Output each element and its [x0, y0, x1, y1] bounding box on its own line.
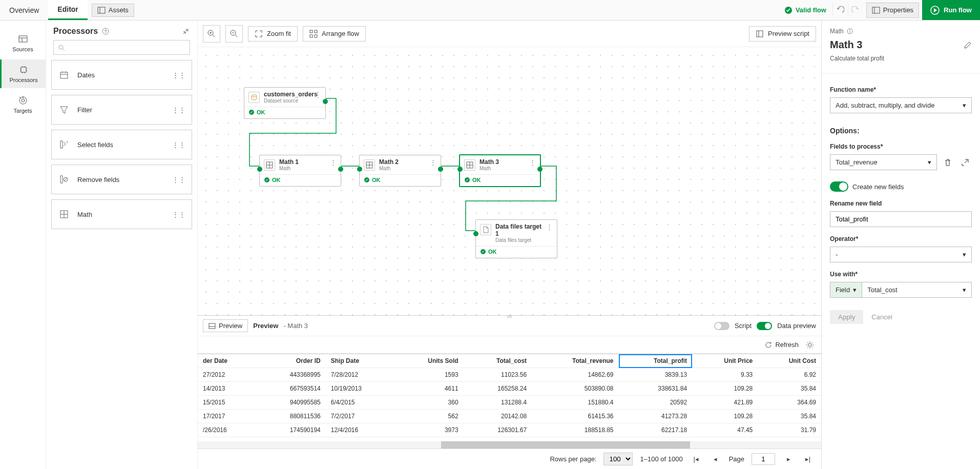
resize-grip[interactable]: ═ [499, 314, 520, 317]
node-title: Math 1 [279, 158, 326, 166]
data-preview-toggle[interactable] [757, 322, 772, 330]
redo-button[interactable] [848, 3, 863, 18]
processor-remove-fields[interactable]: Remove fields ⋮⋮ [51, 165, 192, 194]
refresh-button[interactable]: Refresh [765, 341, 799, 349]
column-header[interactable]: Unit Price [692, 354, 758, 368]
nav-sources[interactable]: Sources [0, 29, 46, 57]
processor-filter[interactable]: Filter ⋮⋮ [51, 95, 192, 125]
zoom-in-button[interactable] [203, 25, 220, 43]
column-header[interactable]: Order ID [257, 354, 326, 368]
first-page-button[interactable]: |◂ [690, 453, 702, 465]
preview-button[interactable]: Preview [203, 319, 248, 332]
help-icon[interactable]: ? [102, 28, 109, 35]
collapse-icon[interactable] [182, 27, 190, 35]
nav-processors[interactable]: Processors [0, 59, 46, 88]
table-cell: 9.33 [692, 368, 758, 382]
node-menu-button[interactable]: ⋮ [529, 158, 536, 166]
processor-search-input[interactable] [68, 44, 185, 51]
node-math-2[interactable]: Math 2 Math ⋮ OK [359, 155, 441, 187]
nav-targets[interactable]: Targets [0, 90, 46, 119]
targets-icon [18, 95, 28, 106]
settings-button[interactable] [806, 341, 814, 349]
column-header[interactable]: Total_profit [619, 354, 693, 368]
check-circle-icon [784, 6, 793, 14]
svg-rect-44 [310, 35, 312, 37]
table-cell: 6/4/2015 [326, 396, 395, 410]
gear-icon [806, 341, 814, 349]
operator-select[interactable]: - ▾ [830, 247, 972, 262]
calendar-icon [58, 69, 70, 81]
tab-editor[interactable]: Editor [48, 0, 87, 20]
create-new-fields-toggle[interactable] [830, 181, 848, 192]
column-header[interactable]: Total_revenue [532, 354, 618, 368]
svg-point-19 [22, 99, 25, 102]
node-menu-button[interactable]: ⋮ [430, 158, 436, 166]
nav-sources-label: Sources [12, 46, 33, 52]
page-input[interactable] [752, 453, 775, 465]
drag-handle-icon: ⋮⋮ [172, 176, 185, 183]
table-cell: 4611 [395, 382, 464, 396]
use-with-value-select[interactable]: Total_cost ▾ [862, 282, 972, 298]
valid-flow-label: Valid flow [796, 6, 826, 14]
processor-search[interactable] [53, 40, 190, 55]
table-cell: 20592 [619, 396, 693, 410]
last-page-button[interactable]: ▸| [802, 453, 814, 465]
horizontal-scrollbar[interactable] [198, 441, 821, 448]
arrange-icon [309, 30, 318, 38]
expand-field-button[interactable] [958, 156, 972, 169]
processor-math[interactable]: Math ⋮⋮ [51, 199, 192, 229]
flow-canvas[interactable]: customers_orders Dataset source ⋮ OK Mat… [198, 47, 821, 315]
run-flow-button[interactable]: Run flow [922, 0, 980, 20]
fields-to-process-select[interactable]: Total_revenue ▾ [830, 154, 937, 170]
check-icon [264, 177, 270, 183]
edit-icon[interactable] [964, 41, 972, 49]
redo-icon [851, 6, 860, 14]
processor-select-fields[interactable]: Select fields ⋮⋮ [51, 130, 192, 159]
function-name-select[interactable]: Add, subtract, multiply, and divide ▾ [830, 97, 972, 113]
tab-overview[interactable]: Overview [0, 0, 48, 20]
undo-button[interactable] [832, 3, 848, 18]
column-header[interactable]: Unit Cost [758, 354, 821, 368]
preview-script-button[interactable]: Preview script [749, 26, 816, 42]
node-menu-button[interactable]: ⋮ [315, 91, 321, 98]
node-math-1[interactable]: Math 1 Math ⋮ OK [259, 155, 341, 187]
info-icon[interactable] [847, 28, 853, 34]
rename-field-input[interactable] [830, 211, 972, 227]
use-with-kind-select[interactable]: Field ▾ [830, 282, 862, 298]
table-cell: 3973 [395, 423, 464, 437]
cancel-button[interactable]: Cancel [871, 313, 892, 321]
column-header[interactable]: Units Sold [395, 354, 464, 368]
next-page-button[interactable]: ▸ [782, 453, 795, 465]
processors-panel: Processors ? Dates ⋮⋮ Filter ⋮⋮ [46, 21, 198, 469]
prev-page-button[interactable]: ◂ [710, 453, 722, 465]
operator-label: Operator* [830, 235, 972, 242]
zoom-out-button[interactable] [225, 25, 243, 43]
table-cell: /26/2016 [198, 423, 257, 437]
processor-label: Remove fields [77, 176, 119, 183]
zoom-fit-button[interactable]: Zoom fit [248, 26, 298, 42]
script-toggle[interactable] [714, 322, 729, 330]
node-menu-button[interactable]: ⋮ [546, 223, 553, 231]
table-row[interactable]: 17/20178808115367/2/201756220142.0861415… [198, 410, 821, 423]
node-math-3[interactable]: Math 3 Math ⋮ OK [459, 154, 541, 187]
properties-button[interactable]: Properties [866, 3, 919, 18]
node-data-files-target[interactable]: Data files target 1 Data files target ⋮ … [475, 219, 557, 258]
drag-handle-icon: ⋮⋮ [172, 141, 185, 149]
table-row[interactable]: /26/201617459019412/4/20163973126301.671… [198, 423, 821, 437]
node-menu-button[interactable]: ⋮ [330, 158, 337, 166]
table-cell: 562 [395, 410, 464, 423]
column-header[interactable]: Ship Date [326, 354, 395, 368]
table-cell: 20142.08 [464, 410, 532, 423]
table-row[interactable]: 14/201366759351410/19/20134611165258.245… [198, 382, 821, 396]
apply-button[interactable]: Apply [830, 310, 863, 324]
column-header[interactable]: der Date [198, 354, 257, 368]
table-row[interactable]: 15/20159409955856/4/2015360131288.415188… [198, 396, 821, 410]
arrange-flow-button[interactable]: Arrange flow [303, 26, 366, 42]
delete-field-button[interactable] [941, 156, 954, 169]
assets-button[interactable]: Assets [92, 4, 134, 17]
rows-per-page-select[interactable]: 100 [603, 453, 633, 465]
processor-dates[interactable]: Dates ⋮⋮ [51, 60, 192, 90]
column-header[interactable]: Total_cost [464, 354, 532, 368]
table-row[interactable]: 27/20124433689957/28/2012159311023.56148… [198, 368, 821, 382]
node-customers-orders[interactable]: customers_orders Dataset source ⋮ OK [244, 87, 326, 119]
